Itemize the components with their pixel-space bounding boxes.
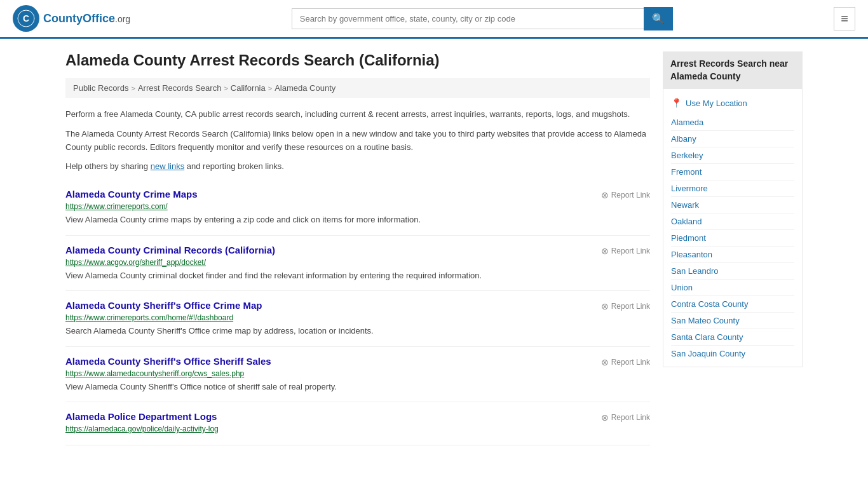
- sidebar-link-san-mateo-county[interactable]: San Mateo County: [671, 313, 794, 329]
- logo-icon: C: [13, 5, 39, 32]
- search-button[interactable]: 🔍: [644, 7, 673, 30]
- result-title-4[interactable]: Alameda Police Department Logs: [65, 411, 217, 422]
- sidebar-link-contra-costa-county[interactable]: Contra Costa County: [671, 296, 794, 313]
- menu-icon: ≡: [841, 11, 848, 25]
- result-url-2[interactable]: https://www.crimereports.com/home/#!/das…: [65, 313, 650, 322]
- sidebar-link-livermore[interactable]: Livermore: [671, 180, 794, 197]
- breadcrumb-link-arrest-records[interactable]: Arrest Records Search: [138, 83, 222, 93]
- breadcrumb-current: Alameda County: [275, 83, 336, 93]
- result-url-0[interactable]: https://www.crimereports.com/: [65, 202, 650, 211]
- use-my-location-label: Use My Location: [686, 98, 747, 108]
- sidebar-link-union[interactable]: Union: [671, 280, 794, 296]
- breadcrumb-link-california[interactable]: California: [231, 83, 266, 93]
- description-para2: The Alameda County Arrest Records Search…: [65, 128, 650, 154]
- breadcrumb-sep-1: >: [131, 85, 135, 92]
- sidebar-link-piedmont[interactable]: Piedmont: [671, 230, 794, 247]
- logo-area: C CountyOffice.org: [13, 5, 130, 32]
- breadcrumb: Public Records > Arrest Records Search >…: [65, 78, 650, 98]
- breadcrumb-link-public-records[interactable]: Public Records: [73, 83, 128, 93]
- report-icon-4: ⊗: [601, 412, 609, 423]
- page-title: Alameda County Arrest Records Search (Ca…: [65, 51, 650, 69]
- result-title-2[interactable]: Alameda County Sheriff's Office Crime Ma…: [65, 300, 262, 311]
- sidebar-link-pleasanton[interactable]: Pleasanton: [671, 247, 794, 263]
- header-right: ≡: [834, 7, 855, 30]
- main-container: Alameda County Arrest Records Search (Ca…: [53, 39, 815, 458]
- sidebar-content: 📍 Use My Location AlamedaAlbanyBerkeleyF…: [663, 89, 803, 367]
- sidebar-link-san-joaquin-county[interactable]: San Joaquin County: [671, 346, 794, 362]
- sidebar-link-alameda[interactable]: Alameda: [671, 114, 794, 131]
- report-link-label-2: Report Link: [611, 302, 650, 311]
- result-item: Alameda County Sheriff's Office Crime Ma…: [65, 291, 650, 347]
- logo-text: CountyOffice.org: [43, 12, 130, 25]
- report-icon-3: ⊗: [601, 357, 609, 367]
- report-link-label-0: Report Link: [611, 191, 650, 200]
- new-links-link[interactable]: new links: [151, 161, 184, 171]
- search-icon: 🔍: [652, 13, 665, 24]
- result-item: Alameda County Criminal Records (Califor…: [65, 236, 650, 292]
- report-link-button-4[interactable]: ⊗ Report Link: [601, 411, 650, 423]
- results-list: Alameda County Crime Maps ⊗ Report Link …: [65, 180, 650, 445]
- header: C CountyOffice.org 🔍 ≡: [0, 0, 868, 39]
- sidebar-link-newark[interactable]: Newark: [671, 197, 794, 214]
- result-url-4[interactable]: https://alamedaca.gov/police/daily-activ…: [65, 424, 650, 433]
- menu-button[interactable]: ≡: [834, 7, 855, 30]
- sidebar-link-santa-clara-county[interactable]: Santa Clara County: [671, 329, 794, 346]
- result-header-2: Alameda County Sheriff's Office Crime Ma…: [65, 300, 650, 313]
- sidebar-link-albany[interactable]: Albany: [671, 131, 794, 147]
- report-link-button-3[interactable]: ⊗ Report Link: [601, 356, 650, 367]
- result-item: Alameda County Sheriff's Office Sheriff …: [65, 347, 650, 403]
- search-area: 🔍: [292, 7, 673, 30]
- sidebar-link-berkeley[interactable]: Berkeley: [671, 147, 794, 164]
- report-icon-2: ⊗: [601, 301, 609, 311]
- search-input[interactable]: [292, 8, 644, 29]
- sidebar-header: Arrest Records Search near Alameda Count…: [663, 51, 803, 89]
- sidebar-link-san-leandro[interactable]: San Leandro: [671, 263, 794, 280]
- sidebar-link-fremont[interactable]: Fremont: [671, 164, 794, 180]
- result-header-1: Alameda County Criminal Records (Califor…: [65, 245, 650, 258]
- result-header-0: Alameda County Crime Maps ⊗ Report Link: [65, 189, 650, 202]
- result-header-3: Alameda County Sheriff's Office Sheriff …: [65, 356, 650, 369]
- report-link-button-0[interactable]: ⊗ Report Link: [601, 189, 650, 200]
- result-url-1[interactable]: https://www.acgov.org/sheriff_app/docket…: [65, 258, 650, 267]
- result-header-4: Alameda Police Department Logs ⊗ Report …: [65, 411, 650, 424]
- report-link-label-4: Report Link: [611, 413, 650, 422]
- result-desc-3: View Alameda County Sheriff's Office not…: [65, 381, 650, 393]
- report-link-label-1: Report Link: [611, 247, 650, 255]
- description-para3: Help others by sharing new links and rep…: [65, 160, 650, 173]
- report-link-button-1[interactable]: ⊗ Report Link: [601, 245, 650, 256]
- content-area: Alameda County Arrest Records Search (Ca…: [65, 51, 650, 445]
- result-desc-1: View Alameda County criminal docket find…: [65, 269, 650, 282]
- description-para1: Perform a free Alameda County, CA public…: [65, 108, 650, 121]
- result-title-1[interactable]: Alameda County Criminal Records (Califor…: [65, 245, 275, 255]
- sidebar-links: AlamedaAlbanyBerkeleyFremontLivermoreNew…: [671, 114, 794, 362]
- sidebar-link-oakland[interactable]: Oakland: [671, 214, 794, 230]
- result-desc-2: Search Alameda County Sheriff's Office c…: [65, 325, 650, 337]
- location-pin-icon: 📍: [671, 98, 682, 108]
- result-title-3[interactable]: Alameda County Sheriff's Office Sheriff …: [65, 356, 271, 367]
- result-title-0[interactable]: Alameda County Crime Maps: [65, 189, 198, 200]
- report-link-label-3: Report Link: [611, 358, 650, 367]
- sidebar: Arrest Records Search near Alameda Count…: [663, 51, 803, 445]
- result-desc-0: View Alameda County crime maps by enteri…: [65, 214, 650, 226]
- breadcrumb-sep-3: >: [268, 85, 272, 92]
- result-url-3[interactable]: https://www.alamedacountysheriff.org/cws…: [65, 369, 650, 378]
- result-item: Alameda County Crime Maps ⊗ Report Link …: [65, 180, 650, 236]
- breadcrumb-sep-2: >: [224, 85, 227, 92]
- report-icon-1: ⊗: [601, 246, 609, 256]
- result-item: Alameda Police Department Logs ⊗ Report …: [65, 402, 650, 445]
- report-icon-0: ⊗: [601, 190, 609, 200]
- use-my-location-button[interactable]: 📍 Use My Location: [671, 94, 794, 112]
- report-link-button-2[interactable]: ⊗ Report Link: [601, 300, 650, 311]
- svg-text:C: C: [23, 13, 29, 24]
